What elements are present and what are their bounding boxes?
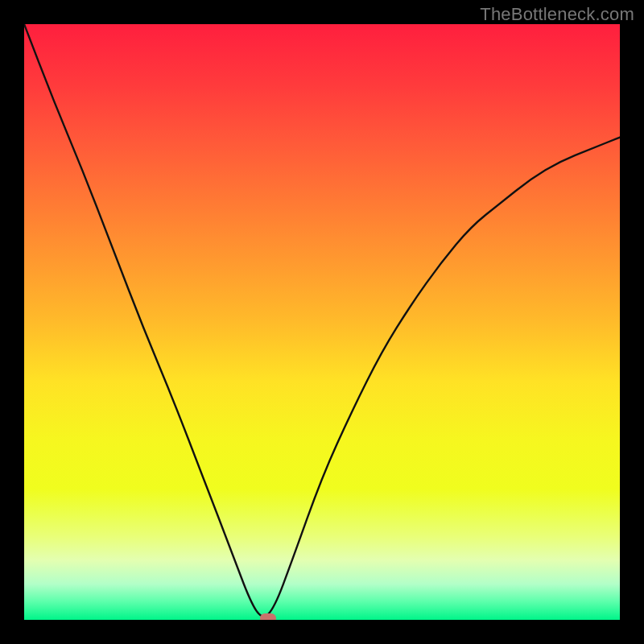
chart-curve-layer [24, 24, 620, 620]
chart-plot-area [24, 24, 620, 620]
bottleneck-curve [24, 24, 620, 617]
watermark-text: TheBottleneck.com [480, 4, 634, 25]
optimal-point-marker [260, 613, 276, 620]
